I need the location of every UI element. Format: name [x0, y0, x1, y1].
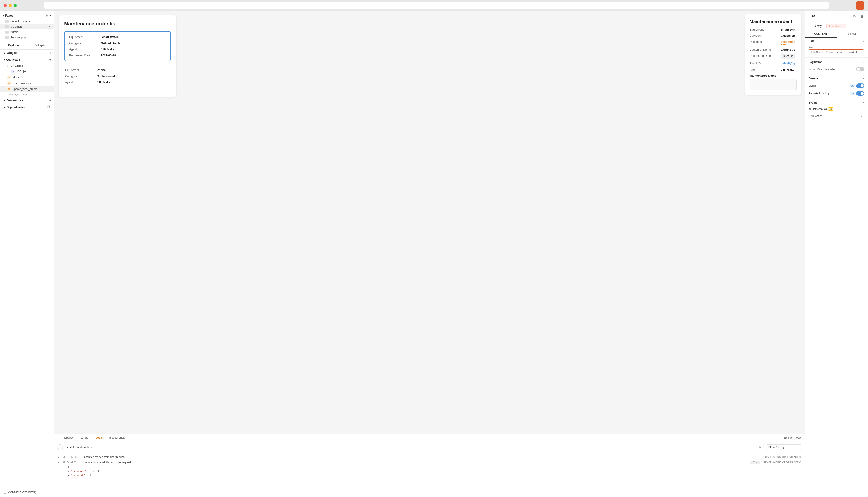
pages-header[interactable]: ▾ Pages ⚙ +	[0, 13, 54, 18]
maximize-button[interactable]	[14, 4, 17, 7]
copy-icon[interactable]: ⧉	[852, 14, 857, 19]
log-entry-1[interactable]: ▶ 🖥 04:07:03 Execution started from user…	[57, 454, 802, 460]
mockdb-label: Mock_DB	[13, 76, 25, 79]
sidebar-item-js-objects[interactable]: ▾ JS Objects	[0, 63, 54, 69]
add-page-icon[interactable]: +	[50, 14, 51, 17]
select-work-orders-label: select_work_orders	[13, 82, 36, 85]
logs-search-box[interactable]: update_work_orders ✕	[65, 444, 764, 450]
list-row-equipment-1: Equipment Smart Watch	[69, 35, 166, 39]
log-entry-2[interactable]: ▾ 🖥 04:07:03 Executed successfully from …	[57, 460, 802, 465]
tab-logs[interactable]: Logs	[92, 434, 106, 442]
sidebar-item-label: Success page	[10, 36, 27, 39]
sidebar-item-update-work-orders[interactable]: ⊞ update_work_orders	[0, 86, 54, 92]
detail-equipment-label: Equipment	[750, 28, 779, 31]
sidebar-item-my-orders[interactable]: ≡ My orders ✓	[0, 24, 54, 29]
agent-label-2: Agent	[65, 81, 97, 84]
close-button[interactable]	[4, 4, 7, 7]
sidebar-item-admin[interactable]: ≡ Admin	[0, 29, 54, 35]
tab-explorer[interactable]: Explorer	[0, 42, 27, 49]
app-icon	[856, 1, 864, 10]
log-json-open: {	[68, 465, 802, 469]
detail-row-equipment: Equipment Smart Wat	[750, 28, 797, 31]
tab-response[interactable]: Response	[58, 434, 77, 442]
divider-1	[805, 57, 868, 58]
pages-label: Pages	[5, 14, 13, 17]
sidebar-item-success-page[interactable]: ≡ Success page	[0, 35, 54, 40]
agent-value-1: Jilli Frake	[101, 47, 114, 51]
widgets-header[interactable]: ▶ Widgets +	[0, 49, 54, 56]
url-bar[interactable]	[44, 2, 829, 9]
logs-search-clear-icon[interactable]: ✕	[759, 445, 762, 449]
minimize-button[interactable]	[9, 4, 12, 7]
visible-label: Visible	[809, 84, 850, 87]
json-key-response: "response"	[71, 470, 87, 472]
detail-notes-label: Maintenance Notes	[750, 74, 779, 77]
page-icon: ≡	[5, 30, 9, 34]
data-section-header[interactable]: Data ▾	[805, 38, 868, 45]
queries-header[interactable]: ▾ Queries/JS +	[0, 56, 54, 63]
block-icon[interactable]: ⊘	[57, 444, 63, 450]
items-value-box[interactable]: {{JSObject1.search_my_orders()}}	[809, 49, 864, 55]
rp-tab-style[interactable]: STYLE	[837, 30, 868, 38]
no-action-dropdown[interactable]: No action ▾	[809, 113, 864, 119]
rp-tab-content[interactable]: CONTENT	[805, 30, 837, 38]
datasources-header[interactable]: ▶ Datasources +	[0, 97, 54, 104]
list-item-1[interactable]: Equipment Smart Watch Category Critical …	[64, 31, 171, 61]
sidebar-item-submit-new-order[interactable]: ≡ Submit new order	[0, 18, 54, 24]
detail-notes-value: ...	[750, 79, 797, 90]
expand-json-icon-2[interactable]: ▶	[68, 474, 69, 477]
sidebar-item-mockdb[interactable]: ⬡ Mock_DB	[0, 74, 54, 80]
pages-actions: ⚙ +	[45, 14, 51, 17]
main-content: Maintenance order list Equipment Smart W…	[54, 11, 805, 497]
category-value-1: Critical check	[101, 41, 120, 45]
server-side-toggle[interactable]	[856, 67, 864, 71]
monitor-icon-1: 🖥	[62, 455, 65, 458]
delete-icon[interactable]: 🗑	[859, 14, 864, 19]
entities-count-badge[interactable]: 14 entities →	[826, 24, 846, 28]
canvas-area: Maintenance order list Equipment Smart W…	[54, 11, 805, 434]
entity-row: → 1 entity ▾ 14 entities →	[805, 22, 868, 30]
add-query-icon[interactable]: +	[49, 58, 51, 62]
list-item-2[interactable]: Equipment Phone Category Replacement Age…	[64, 65, 171, 88]
sidebar-item-label: My orders	[10, 25, 23, 28]
detail-row-email: Email ID ljehu1l@gc	[750, 62, 797, 65]
right-panel: List ⧉ 🗑 → 1 entity ▾ 14 entities → CONT…	[805, 11, 868, 497]
logs-filter-label: Show All Logs	[768, 446, 785, 449]
canvas-inner: Maintenance order list Equipment Smart W…	[54, 11, 805, 434]
dependencies-header[interactable]: ▶ Dependencies ?	[0, 104, 54, 111]
pagination-section-header[interactable]: Pagination ▾	[805, 59, 868, 66]
add-widget-icon[interactable]: +	[49, 51, 51, 55]
logs-panel: Response Errors Logs Inspect entity Resu…	[54, 434, 805, 497]
events-section-header[interactable]: Events ▾	[805, 99, 868, 106]
visible-toggle[interactable]	[856, 84, 864, 88]
gear-icon[interactable]: ⚙	[45, 14, 48, 17]
date-value-1: 2022-05-19	[101, 54, 116, 57]
rp-tabs: CONTENT STYLE	[805, 30, 868, 38]
expand-json-icon[interactable]: ▶	[68, 470, 69, 472]
logs-filter-dropdown[interactable]: Show All Logs ▾	[766, 444, 802, 450]
sidebar-item-select-work-orders[interactable]: ⊞ select_work_orders	[0, 80, 54, 86]
animate-toggle[interactable]	[856, 91, 864, 96]
list-title: Maintenance order list	[64, 21, 171, 27]
general-section-header[interactable]: General ▾	[805, 75, 868, 82]
maintenance-list-card: Maintenance order list Equipment Smart W…	[59, 15, 176, 97]
help-icon[interactable]: ?	[47, 105, 51, 109]
category-label-2: Category	[65, 74, 97, 78]
traffic-lights	[4, 4, 17, 7]
connect-git-button[interactable]: ⊙ CONNECT GIT (BETA)	[0, 488, 54, 497]
sidebar-item-jsobject1[interactable]: JS JSObject1	[0, 69, 54, 74]
page-icon: ≡	[5, 25, 9, 28]
detail-row-description: Description pellentesq	[750, 40, 797, 45]
tab-widgets[interactable]: Widgets	[27, 42, 54, 49]
tab-errors[interactable]: Errors	[77, 434, 92, 442]
add-datasource-icon[interactable]: +	[49, 98, 51, 102]
agent-value-2: Jilli Frake	[97, 81, 110, 84]
add-query-item[interactable]: + ADD QUERY/JS	[0, 92, 54, 97]
general-chevron-icon: ▾	[863, 77, 864, 80]
events-chevron-icon: ▾	[863, 102, 864, 104]
server-side-label: Server Side Pagination	[809, 68, 856, 71]
agent-label-1: Agent	[69, 47, 101, 51]
events-label: Events	[809, 101, 818, 104]
tab-inspect-entity[interactable]: Inspect entity	[106, 434, 129, 442]
right-panel-icons: ⧉ 🗑	[852, 14, 864, 19]
